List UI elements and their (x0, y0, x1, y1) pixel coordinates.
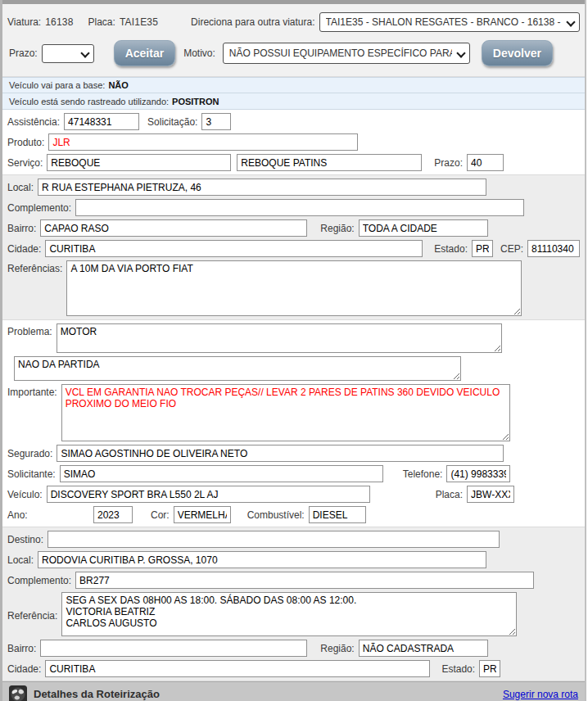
destino-regiao-input[interactable] (359, 640, 488, 657)
regiao-input[interactable] (359, 219, 488, 237)
solicitante-label: Solicitante: (7, 468, 56, 480)
destino-referencia-textarea[interactable]: SEG A SEX DAS 08H00 AS 18:00. SÁBADO DAS… (61, 592, 517, 636)
placa-label: Placa: (88, 16, 115, 28)
dispatch-header: Viatura: 16138 Placa: TAI1E35 Direciona … (2, 4, 585, 77)
segurado-label: Segurado: (7, 448, 52, 459)
combustivel-label: Combustível: (247, 509, 305, 521)
cidade-input[interactable] (45, 240, 423, 257)
combustivel-input[interactable] (309, 506, 366, 523)
prazo-select[interactable] (42, 44, 94, 63)
viatura-value: 16138 (45, 16, 73, 28)
destino-bairro-label: Bairro: (7, 643, 36, 654)
referencias-textarea[interactable]: A 10M DA VIA PORTO FIAT (66, 260, 522, 316)
destination-section: Destino: Local: Complemento: Referência:… (2, 527, 585, 681)
solicitacao-input[interactable] (201, 113, 231, 130)
complemento-label: Complemento: (7, 202, 71, 214)
cidade-label: Cidade: (7, 243, 41, 255)
produto-input[interactable] (48, 133, 358, 151)
assistance-section: Assistência: Solicitação: Produto: Servi… (2, 110, 585, 174)
base-value: NÃO (108, 80, 128, 90)
action-row: Prazo: Aceitar Motivo: NÃO POSSUI EQUIPA… (7, 38, 580, 70)
tracking-label: Veículo está sendo rastreado utilizando: (9, 97, 169, 106)
destino-complemento-label: Complemento: (7, 575, 71, 586)
assistencia-label: Assistência: (7, 116, 60, 128)
assistencia-input[interactable] (64, 113, 139, 130)
viatura-label: Viatura: (7, 16, 41, 28)
prazo-servico-label: Prazo: (434, 157, 463, 169)
estado-input[interactable] (472, 240, 493, 257)
destino-local-input[interactable] (38, 551, 486, 568)
destino-label: Destino: (7, 534, 43, 545)
routing-title: Detalhes da Roteirização (34, 688, 160, 700)
direciona-label: Direciona para outra viatura: (191, 16, 314, 28)
telefone-input[interactable] (446, 465, 510, 482)
prazo-header-label: Prazo: (9, 47, 38, 59)
servico-input[interactable] (47, 154, 231, 171)
motivo-label: Motivo: (183, 47, 215, 59)
destino-cidade-input[interactable] (45, 660, 430, 677)
placa-input[interactable] (467, 486, 514, 503)
problema-textarea[interactable]: MOTOR (57, 323, 502, 353)
importante-textarea[interactable]: VCL EM GARANTIA NAO TROCAR PEÇAS// LEVAR… (61, 384, 510, 441)
destino-estado-label: Estado: (441, 663, 475, 675)
solicitante-input[interactable] (60, 465, 383, 482)
suggest-route-link[interactable]: Sugerir nova rota (503, 689, 578, 700)
placa-value: TAI1E35 (120, 16, 158, 28)
prazo-servico-input[interactable] (467, 154, 504, 171)
problem-section: Problema: MOTOR NAO DA PARTIDA Important… (2, 320, 585, 527)
motivo-select[interactable]: NÃO POSSUI EQUIPAMENTO ESPECÍFICO PARA O… (223, 43, 470, 64)
bairro-label: Bairro: (7, 223, 36, 234)
cep-label: CEP: (500, 243, 523, 255)
servico-detail-input[interactable] (237, 154, 422, 171)
cor-input[interactable] (174, 506, 231, 523)
placa-vehicle-label: Placa: (436, 489, 463, 500)
direciona-selected-value: TAI1E35 - SHALON RESGATES - BRANCO - 161… (326, 16, 563, 28)
dispatch-form-window: Viatura: 16138 Placa: TAI1E35 Direciona … (0, 0, 586, 701)
devolver-button[interactable]: Devolver (482, 40, 553, 66)
cor-label: Cor: (151, 509, 170, 521)
telefone-label: Telefone: (403, 468, 443, 480)
destino-complemento-input[interactable] (75, 572, 534, 589)
importante-label: Importante: (7, 387, 57, 398)
chevron-down-icon (457, 50, 464, 57)
local-label: Local: (7, 182, 34, 193)
destino-cidade-label: Cidade: (7, 663, 41, 675)
veiculo-label: Veículo: (7, 489, 43, 500)
destino-bairro-input[interactable] (40, 640, 307, 657)
direciona-select[interactable]: TAI1E35 - SHALON RESGATES - BRANCO - 161… (319, 12, 581, 32)
estado-label: Estado: (434, 243, 468, 255)
cep-input[interactable] (527, 240, 580, 257)
routing-footer: Detalhes da Roteirização Sugerir nova ro… (2, 681, 585, 701)
chevron-down-icon (567, 19, 574, 26)
destino-regiao-label: Região: (320, 643, 354, 654)
viatura-row: Viatura: 16138 Placa: TAI1E35 Direciona … (7, 9, 580, 38)
globe-icon (9, 685, 27, 701)
solicitacao-label: Solicitação: (147, 116, 197, 128)
veiculo-input[interactable] (47, 486, 370, 503)
segurado-input[interactable] (57, 445, 504, 462)
destino-referencia-label: Referência: (7, 610, 57, 622)
referencias-label: Referências: (7, 263, 62, 274)
produto-label: Produto: (7, 137, 44, 148)
servico-label: Serviço: (7, 157, 43, 169)
ano-label: Ano: (7, 509, 89, 521)
ano-input[interactable] (93, 506, 133, 523)
status-base-row: Veículo vai para a base: NÃO (2, 77, 585, 93)
base-label: Veículo vai para a base: (9, 80, 105, 90)
status-tracking-row: Veículo está sendo rastreado utilizando:… (2, 93, 585, 110)
problema-label: Problema: (7, 326, 52, 337)
chevron-down-icon (81, 50, 88, 57)
regiao-label: Região: (320, 223, 354, 234)
local-input[interactable] (38, 179, 486, 196)
motivo-selected-value: NÃO POSSUI EQUIPAMENTO ESPECÍFICO PARA O… (229, 47, 452, 59)
bairro-input[interactable] (40, 219, 307, 237)
tracking-value: POSITRON (172, 97, 219, 106)
destino-local-label: Local: (7, 554, 34, 566)
problema-detail-textarea[interactable]: NAO DA PARTIDA (14, 356, 461, 381)
complemento-input[interactable] (75, 199, 524, 216)
destino-input[interactable] (47, 531, 500, 548)
aceitar-button[interactable]: Aceitar (114, 40, 175, 66)
address-section: Local: Complemento: Bairro: Região: Cida… (2, 174, 585, 320)
destino-estado-input[interactable] (479, 660, 500, 677)
